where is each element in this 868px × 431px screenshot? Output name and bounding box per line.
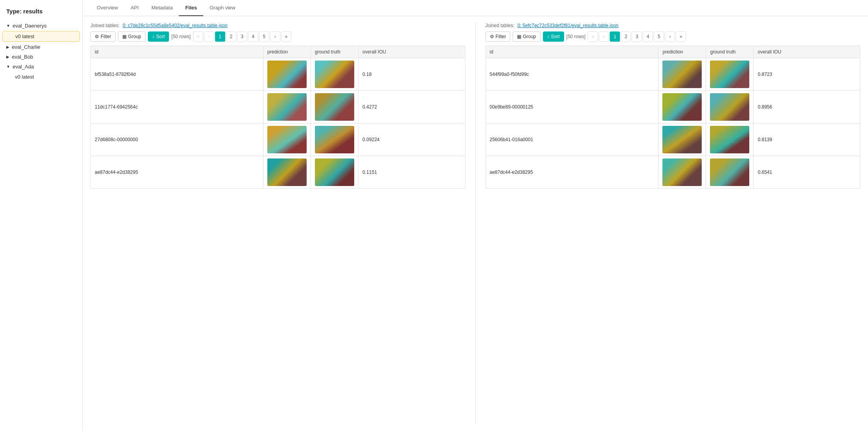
right-page-5[interactable]: 5 [654,31,664,42]
sidebar-item-v0-latest-ada[interactable]: v0 latest [2,72,80,82]
left-col-prediction: prediction [263,46,311,58]
tab-api[interactable]: API [124,0,145,16]
right-page-last[interactable]: » [676,31,686,42]
group-icon: ▦ [122,34,127,39]
right-row2-pred [658,91,706,123]
filter-icon: ⚙ [95,34,99,39]
sidebar-group-eval-charlie[interactable]: ▶ eval_Charlie [0,42,82,52]
left-rows-info: [50 rows] [171,34,191,39]
table-row: 25606b41-016a0001 0.8139 [485,123,860,156]
left-row3-iou: 0.09224 [359,123,465,156]
tab-files[interactable]: Files [179,0,203,16]
right-group-button[interactable]: ▦ Group [513,31,540,42]
content-area: Joined tables: 0: c7de28c1c55d5a8e5402/e… [83,16,868,431]
left-page-4[interactable]: 4 [248,31,258,42]
right-page-next[interactable]: › [665,31,675,42]
tab-metadata[interactable]: Metadata [145,0,179,16]
sort-icon-right: ↕ [547,34,550,39]
left-page-last[interactable]: » [281,31,291,42]
left-row3-pred [263,123,311,156]
right-col-ground-truth: ground truth [706,46,754,58]
right-row1-iou: 0.8723 [754,58,860,91]
sidebar-group-label-bob: eval_Bob [12,54,33,60]
tab-overview[interactable]: Overview [90,0,124,16]
left-row4-truth [311,156,359,189]
left-panel: Joined tables: 0: c7de28c1c55d5a8e5402/e… [90,22,465,425]
left-page-first[interactable]: « [193,31,203,42]
right-row2-iou: 0.8956 [754,91,860,123]
table-row: 00e9be89-00000125 0.8956 [485,91,860,123]
right-col-iou: overall IOU [754,46,860,58]
sidebar-group-eval-bob[interactable]: ▶ eval_Bob [0,52,82,62]
right-row3-truth [706,123,754,156]
right-row4-pred [658,156,706,189]
table-row: ae87dc44-e2d38295 0.6541 [485,156,860,189]
panel-divider [475,22,476,425]
left-page-3[interactable]: 3 [237,31,247,42]
right-filter-button[interactable]: ⚙ Filter [485,31,511,42]
left-table: id prediction ground truth overall IOU b… [90,46,465,189]
left-row4-id: ae87dc44-e2d38295 [91,156,263,189]
tab-graph-view[interactable]: Graph view [203,0,242,16]
left-filter-button[interactable]: ⚙ Filter [90,31,116,42]
right-pagination: « ‹ 1 2 3 4 5 › » [588,31,686,42]
right-row1-truth [706,58,754,91]
left-row1-pred [263,58,311,91]
right-col-prediction: prediction [658,46,706,58]
right-table: id prediction ground truth overall IOU 5… [485,46,861,189]
right-joined-label: Joined tables: [485,23,515,28]
left-pagination: « ‹ 1 2 3 4 5 › » [193,31,291,42]
left-row3-id: 27d6808c-00000000 [91,123,263,156]
sidebar-item-v0-latest-daenerys[interactable]: v0 latest [2,31,80,42]
right-row3-pred [658,123,706,156]
left-row1-truth [311,58,359,91]
right-panel: Joined tables: 0: 5efc7ec72c533def2f81/e… [485,22,861,425]
right-page-prev[interactable]: ‹ [599,31,609,42]
left-page-2[interactable]: 2 [226,31,236,42]
sidebar-group-eval-ada[interactable]: ▼ eval_Ada [0,62,82,72]
left-toolbar: ⚙ Filter ▦ Group ↕ Sort [50 rows] « ‹ 1 … [90,31,465,42]
expand-arrow-icon: ▼ [6,24,10,28]
right-page-3[interactable]: 3 [632,31,642,42]
sidebar: Type: results ▼ eval_Daenerys v0 latest … [0,0,83,431]
right-page-first[interactable]: « [588,31,598,42]
right-page-1[interactable]: 1 [610,31,620,42]
right-row4-id: ae87dc44-e2d38295 [485,156,658,189]
right-row3-id: 25606b41-016a0001 [485,123,658,156]
right-page-4[interactable]: 4 [643,31,653,42]
expand-arrow-icon-charlie: ▶ [6,45,9,49]
left-joined-label: Joined tables: [90,23,120,28]
right-row2-truth [706,91,754,123]
left-row2-truth [311,91,359,123]
right-sort-button[interactable]: ↕ Sort [543,31,564,42]
right-col-id: id [485,46,658,58]
table-row: 11dc1774-6942564c 0.4272 [91,91,465,123]
left-col-ground-truth: ground truth [311,46,359,58]
table-row: ae87dc44-e2d38295 0.1151 [91,156,465,189]
left-row4-pred [263,156,311,189]
left-sort-button[interactable]: ↕ Sort [148,31,169,42]
left-page-prev[interactable]: ‹ [204,31,214,42]
sidebar-group-eval-daenerys[interactable]: ▼ eval_Daenerys [0,21,82,31]
left-page-next[interactable]: › [270,31,280,42]
sort-icon: ↕ [152,34,154,39]
right-row4-iou: 0.6541 [754,156,860,189]
left-row3-truth [311,123,359,156]
left-page-1[interactable]: 1 [215,31,225,42]
right-page-2[interactable]: 2 [621,31,631,42]
right-row4-truth [706,156,754,189]
tab-bar: Overview API Metadata Files Graph view [83,0,868,16]
right-joined-link[interactable]: 0: 5efc7ec72c533def2f81/eval_results.tab… [517,23,618,28]
table-row: bf538a51-8782f04d 0.18 [91,58,465,91]
sidebar-group-label: eval_Daenerys [13,23,47,29]
left-row4-iou: 0.1151 [359,156,465,189]
left-row2-id: 11dc1774-6942564c [91,91,263,123]
right-row1-id: 544f99a0-f50fd99c [485,58,658,91]
left-page-5[interactable]: 5 [259,31,269,42]
left-group-button[interactable]: ▦ Group [118,31,145,42]
left-joined-link[interactable]: 0: c7de28c1c55d5a8e5402/eval_results.tab… [123,23,228,28]
right-row2-id: 00e9be89-00000125 [485,91,658,123]
left-col-id: id [91,46,263,58]
table-row: 27d6808c-00000000 0.09224 [91,123,465,156]
left-row2-pred [263,91,311,123]
